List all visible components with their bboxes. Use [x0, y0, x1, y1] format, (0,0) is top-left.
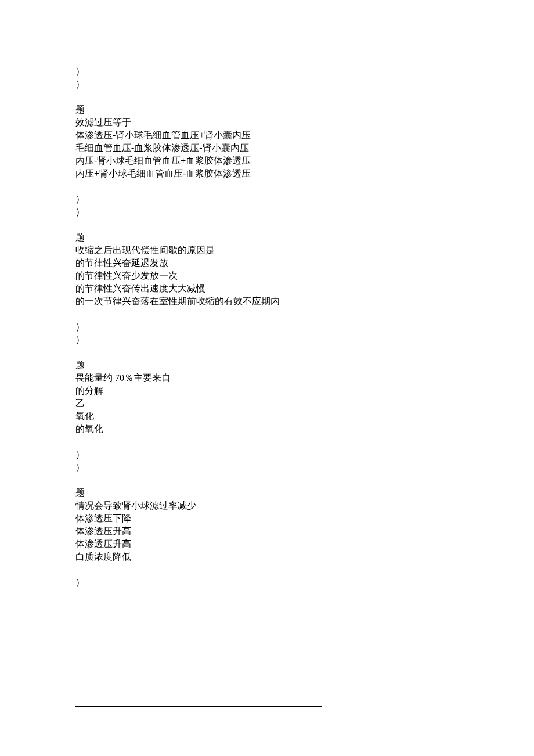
text-line: 畏能量约 70％主要来自	[75, 372, 325, 384]
text-line: 内压+肾小球毛细血管血压-血浆胶体渗透压	[75, 167, 325, 180]
text-line: 体渗透压升高	[75, 538, 325, 550]
text-line: ）	[75, 333, 325, 346]
text-line: 的氧化	[75, 423, 325, 435]
text-line: 的节律性兴奋传出速度大大减慢	[75, 282, 325, 295]
horizontal-rule-bottom	[75, 706, 322, 707]
text-line: 氧化	[75, 410, 325, 423]
text-line: 题	[75, 103, 325, 116]
text-line: 题	[75, 231, 325, 244]
text-line: ）	[75, 193, 325, 206]
text-line: 的一次节律兴奋落在室性期前收缩的有效不应期内	[75, 295, 325, 308]
text-line: ）	[75, 576, 325, 589]
text-line: 效滤过压等于	[75, 116, 325, 129]
text-content: ） ） 题 效滤过压等于 体渗透压-肾小球毛细血管血压+肾小囊内压 毛细血管血压…	[75, 55, 325, 589]
text-line: 收缩之后出现代偿性间歇的原因是	[75, 244, 325, 257]
text-line: 情况会导致肾小球滤过率减少	[75, 499, 325, 512]
text-line: 体渗透压下降	[75, 512, 325, 525]
text-line: 毛细血管血压-血浆胶体渗透压-肾小囊内压	[75, 142, 325, 154]
text-line: 体渗透压-肾小球毛细血管血压+肾小囊内压	[75, 129, 325, 142]
text-line: 题	[75, 359, 325, 372]
text-line: 白质浓度降低	[75, 550, 325, 563]
text-line: ）	[75, 206, 325, 218]
text-line: ）	[75, 448, 325, 461]
text-line: 乙	[75, 397, 325, 410]
text-line: 体渗透压升高	[75, 525, 325, 538]
text-line: 的分解	[75, 384, 325, 397]
text-line: 的节律性兴奋延迟发放	[75, 257, 325, 269]
text-line: 题	[75, 487, 325, 499]
text-line: ）	[75, 65, 325, 78]
text-line: ）	[75, 321, 325, 333]
text-line: 内压-肾小球毛细血管血压+血浆胶体渗透压	[75, 154, 325, 167]
document-body: ） ） 题 效滤过压等于 体渗透压-肾小球毛细血管血压+肾小囊内压 毛细血管血压…	[0, 55, 325, 589]
text-line: ）	[75, 78, 325, 91]
text-line: 的节律性兴奋少发放一次	[75, 269, 325, 282]
text-line: ）	[75, 461, 325, 474]
